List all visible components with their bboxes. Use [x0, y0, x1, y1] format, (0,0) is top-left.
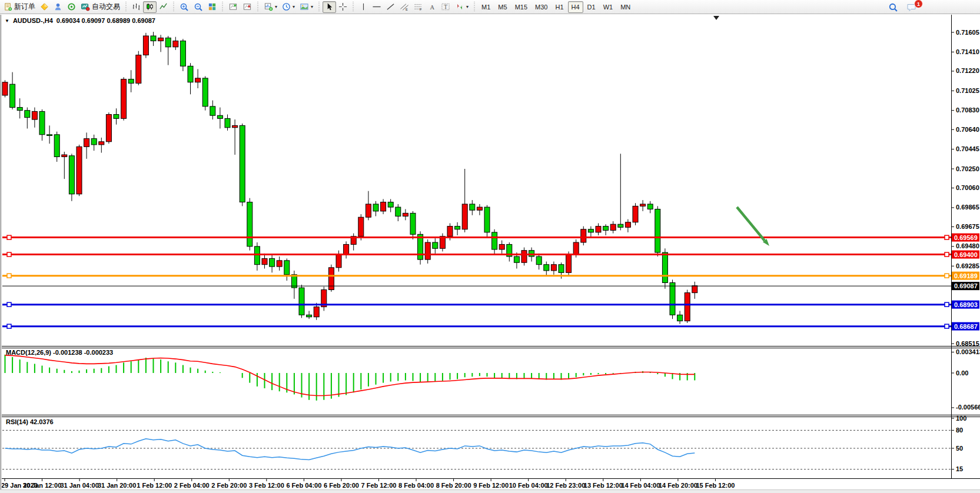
hline-level[interactable]: 0.69087	[2, 282, 979, 290]
candle	[143, 33, 148, 58]
new-order-button[interactable]: 新订单	[1, 1, 38, 13]
time-axis-label: 14 Feb 20:00	[659, 482, 697, 489]
candle	[440, 234, 445, 252]
autotrading-button[interactable]: 自动交易	[78, 1, 122, 13]
hline-handle[interactable]	[945, 252, 949, 257]
price-axis-label: 0.69675	[956, 223, 979, 230]
timeframe-H4[interactable]: H4	[568, 1, 583, 13]
search-button[interactable]	[886, 1, 901, 13]
fibonacci-icon: F	[414, 2, 423, 11]
candlestick-chart-button[interactable]	[143, 1, 157, 13]
auto-arrange-button[interactable]	[226, 1, 240, 13]
timeframe-M1[interactable]: M1	[478, 1, 494, 13]
candle	[455, 222, 460, 235]
horizontal-line-button[interactable]	[370, 1, 384, 13]
hline-handle[interactable]	[945, 302, 949, 307]
chart-canvas[interactable]: 1008050150.0034130.00-0.0056690.716050.7…	[0, 0, 980, 493]
candle	[210, 101, 215, 120]
hline-handle[interactable]	[7, 252, 11, 257]
hline-handle[interactable]	[7, 274, 11, 278]
text-label-button[interactable]: T	[438, 1, 453, 13]
cursor-button[interactable]	[323, 1, 336, 13]
notifications-button[interactable]: 1	[904, 1, 919, 13]
candle	[32, 108, 37, 128]
template-button[interactable]: ▾	[297, 1, 315, 13]
new-chart-button[interactable]: ▾	[261, 1, 280, 13]
chart-shift-marker[interactable]	[713, 16, 719, 20]
candle	[692, 282, 697, 299]
timeframe-H1[interactable]: H1	[552, 1, 567, 13]
notification-badge: 1	[914, 0, 923, 8]
time-axis-label: 12 Feb 23:00	[546, 482, 585, 489]
hline-level[interactable]: 0.69400	[2, 251, 979, 259]
zoom-in-button[interactable]	[177, 1, 191, 13]
time-axis-label: 9 Feb 12:00	[473, 482, 509, 489]
candle	[17, 98, 22, 118]
candle	[462, 169, 467, 232]
hline-handle[interactable]	[945, 235, 949, 239]
timeframe-D1[interactable]: D1	[584, 1, 599, 13]
fibonacci-button[interactable]: F	[411, 1, 426, 13]
bar-chart-button[interactable]	[129, 1, 143, 13]
candle	[403, 209, 408, 221]
candle	[633, 203, 638, 225]
equidistant-channel-button[interactable]: E	[397, 1, 411, 13]
hline-handle[interactable]	[7, 302, 11, 307]
candle	[39, 109, 45, 141]
hline-level[interactable]: 0.68687	[2, 322, 979, 331]
timeframe-M15[interactable]: M15	[511, 1, 531, 13]
timeframe-MN[interactable]: MN	[617, 1, 634, 13]
sounds-button[interactable]	[65, 1, 78, 13]
candle	[499, 241, 504, 254]
candle	[158, 35, 164, 52]
toolbar-separator	[172, 2, 175, 12]
period-button[interactable]: ▾	[280, 1, 297, 13]
autotrading-label: 自动交易	[92, 2, 120, 12]
candle	[62, 152, 67, 179]
line-chart-button[interactable]	[157, 1, 170, 13]
candle	[299, 285, 304, 318]
vertical-line-button[interactable]	[357, 1, 370, 13]
candle	[610, 221, 616, 234]
market-watch-button[interactable]	[38, 1, 51, 13]
timeframe-M30[interactable]: M30	[531, 1, 551, 13]
hline-handle[interactable]	[7, 235, 11, 239]
horizontal-line-icon	[372, 2, 381, 11]
time-axis-label: 3 Feb 12:00	[249, 482, 284, 489]
candle	[366, 191, 371, 221]
hline-handle[interactable]	[945, 274, 949, 278]
timeframe-M5[interactable]: M5	[494, 1, 510, 13]
diamond-icon	[40, 2, 49, 11]
rsi-indicator-label: RSI(14) 42.0376	[6, 418, 54, 425]
candle	[10, 72, 15, 109]
toolbar-separator	[221, 2, 224, 12]
chart-menu-caret[interactable]: ▼	[5, 18, 9, 24]
price-axis-label: 0.70445	[956, 145, 979, 152]
hline-handle[interactable]	[945, 324, 949, 328]
trend-arrow[interactable]	[737, 207, 769, 246]
text-button[interactable]: A	[426, 1, 438, 13]
macd-signal-line	[5, 355, 695, 396]
hline-level[interactable]: 0.69569	[2, 234, 979, 242]
chart-image-icon	[300, 2, 309, 11]
hline-level[interactable]: 0.69189	[2, 272, 979, 280]
new-order-label: 新订单	[14, 2, 35, 12]
candle	[225, 115, 230, 131]
arrange-up-icon	[228, 2, 238, 11]
hline-level[interactable]: 0.68903	[2, 301, 979, 309]
candle	[596, 223, 601, 235]
hline-handle[interactable]	[7, 324, 11, 328]
chart-shift-button[interactable]	[240, 1, 254, 13]
timeframe-W1[interactable]: W1	[600, 1, 617, 13]
crosshair-button[interactable]	[336, 1, 350, 13]
candle	[69, 154, 74, 201]
data-window-button[interactable]	[51, 1, 65, 13]
trendline-button[interactable]	[384, 1, 397, 13]
rsi-axis-label: 15	[956, 465, 963, 472]
new-order-icon	[4, 2, 12, 11]
arrows-button[interactable]: ▾	[453, 1, 471, 13]
svg-text:T: T	[444, 4, 447, 10]
zoom-out-button[interactable]	[191, 1, 205, 13]
tile-windows-icon	[208, 2, 217, 11]
tile-windows-button[interactable]	[205, 1, 219, 13]
